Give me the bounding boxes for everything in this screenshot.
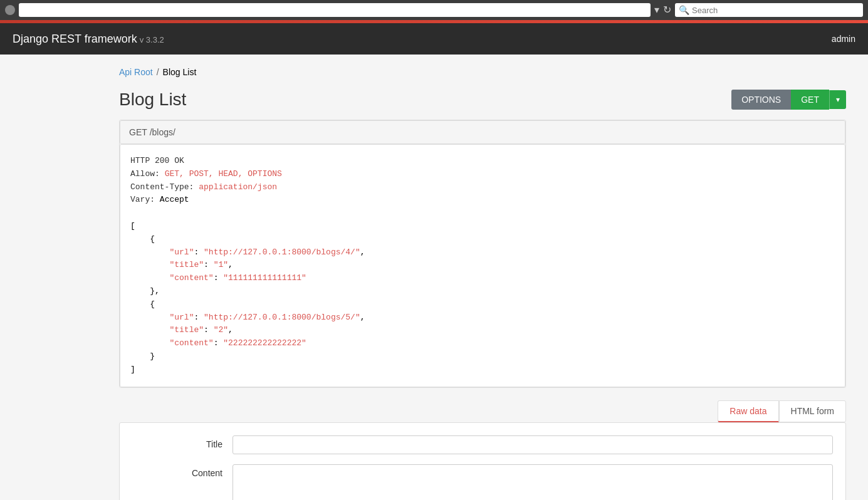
json-body: [ { "url": "http://127.0.0.1:8000/blogs/…: [130, 220, 835, 377]
bottom-tabs: Raw data HTML form: [119, 400, 846, 422]
get-dropdown-button[interactable]: ▾: [829, 90, 846, 109]
html-form-tab[interactable]: HTML form: [779, 400, 846, 422]
item2-close-brace: }: [130, 352, 155, 361]
vary-label: Vary:: [130, 195, 155, 204]
reload-btn[interactable]: ↻: [663, 5, 671, 15]
allow-value: GET, POST, HEAD, OPTIONS: [165, 169, 282, 179]
status-text: HTTP 200 OK: [130, 156, 184, 165]
item2-open-brace: {: [130, 299, 155, 309]
brand-name: Django REST framework: [13, 33, 137, 45]
item1-close-brace: },: [130, 286, 160, 296]
response-panel: HTTP 200 OK Allow: GET, POST, HEAD, OPTI…: [120, 144, 845, 387]
address-bar[interactable]: 127.0.0.1:8000/blogs/: [19, 3, 651, 17]
content-type-label: Content-Type:: [130, 182, 194, 192]
drf-navbar: Django REST frameworkv 3.3.2 admin: [0, 23, 868, 55]
vary-value: Accept: [160, 195, 189, 204]
get-button[interactable]: GET: [791, 90, 829, 110]
item2-content-key: "content": "222222222222222": [130, 338, 306, 348]
action-buttons: OPTIONS GET ▾: [731, 90, 846, 110]
layout-wrapper: Api Root / Blog List Blog List OPTIONS G…: [0, 55, 868, 500]
open-bracket: [: [130, 221, 135, 231]
allow-header: Allow: GET, POST, HEAD, OPTIONS: [130, 168, 835, 181]
browser-favicon: [5, 5, 15, 15]
search-icon: 🔍: [679, 5, 689, 15]
breadcrumb-current: Blog List: [163, 67, 197, 77]
item1-content-key: "content": "111111111111111": [130, 273, 306, 283]
sidebar: [0, 55, 97, 500]
main-content: Api Root / Blog List Blog List OPTIONS G…: [107, 55, 859, 500]
title-label: Title: [132, 435, 233, 449]
page-title: Blog List: [119, 90, 186, 110]
breadcrumb: Api Root / Blog List: [119, 67, 846, 77]
breadcrumb-separator: /: [157, 67, 159, 77]
page-heading: Blog List OPTIONS GET ▾: [119, 90, 846, 110]
response-wrapper: GET /blogs/ HTTP 200 OK Allow: GET, POST…: [119, 120, 846, 388]
form-section: Title Content: [119, 422, 846, 500]
allow-label: Allow:: [130, 169, 160, 179]
title-form-row: Title: [132, 435, 833, 454]
browser-bar: 127.0.0.1:8000/blogs/ ▾ ↻ 🔍: [0, 0, 868, 20]
options-button[interactable]: OPTIONS: [731, 90, 791, 110]
url-path: /blogs/: [150, 127, 175, 137]
brand: Django REST frameworkv 3.3.2: [13, 33, 164, 46]
vary-header: Vary: Accept: [130, 194, 835, 207]
title-input[interactable]: [233, 435, 833, 454]
item1-open-brace: {: [130, 234, 155, 244]
admin-link[interactable]: admin: [832, 34, 855, 44]
http-method: GET: [129, 127, 147, 137]
content-area: Api Root / Blog List Blog List OPTIONS G…: [97, 55, 868, 500]
browser-search-input[interactable]: [692, 6, 859, 15]
url-bar: GET /blogs/: [120, 120, 845, 144]
content-type-value: application/json: [199, 182, 277, 192]
item1-url-key: "url": "http://127.0.0.1:8000/blogs/4/",: [130, 247, 365, 257]
browser-search-wrapper: 🔍: [675, 3, 863, 17]
brand-version: v 3.3.2: [140, 35, 164, 44]
close-bracket: ]: [130, 365, 135, 374]
content-type-header: Content-Type: application/json: [130, 181, 835, 194]
content-label: Content: [132, 464, 233, 478]
raw-data-tab[interactable]: Raw data: [718, 400, 778, 422]
content-form-row: Content: [132, 464, 833, 500]
item2-url-key: "url": "http://127.0.0.1:8000/blogs/5/",: [130, 313, 365, 322]
dropdown-nav-btn[interactable]: ▾: [654, 5, 659, 15]
item1-title-key: "title": "1",: [130, 260, 233, 269]
status-line: HTTP 200 OK: [130, 155, 835, 168]
breadcrumb-root[interactable]: Api Root: [119, 67, 153, 77]
item2-title-key: "title": "2",: [130, 325, 233, 335]
content-textarea[interactable]: [233, 464, 833, 500]
